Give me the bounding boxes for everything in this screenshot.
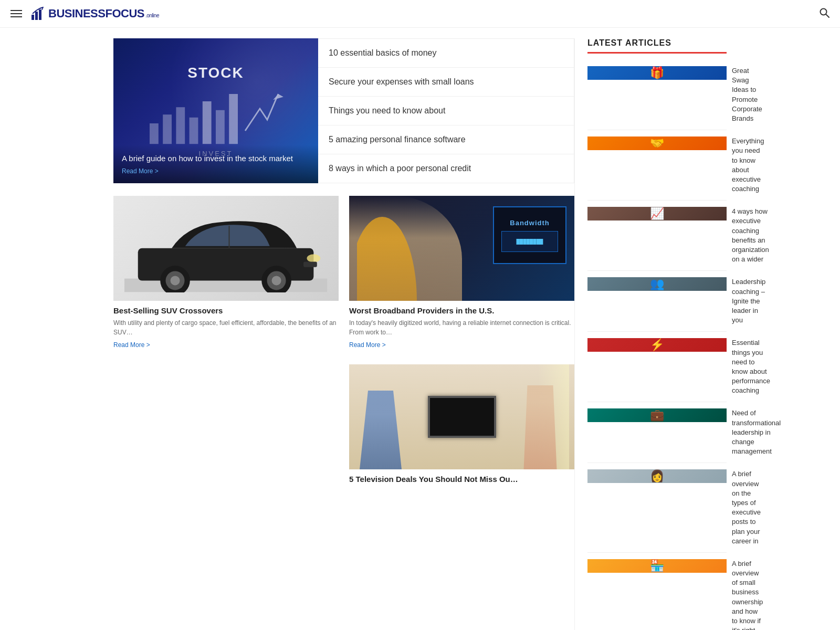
article-card-tv[interactable]: 5 Television Deals You Should Not Miss O… — [349, 364, 574, 492]
article-card-suv[interactable]: Best-Selling SUV Crossovers With utility… — [113, 196, 339, 354]
sidebar-item-title-1: Everything you need to know about execut… — [732, 136, 764, 194]
hero-title: A brief guide on how to invest in the st… — [122, 153, 310, 164]
car-image — [113, 196, 339, 301]
article-card-body-suv: Best-Selling SUV Crossovers With utility… — [113, 301, 339, 354]
sidebar-item-0[interactable]: 🎁Great Swag Ideas to Promote Corporate B… — [587, 60, 727, 130]
car-svg — [124, 204, 327, 292]
article-card-broadband[interactable]: Bandwidth ████████ Worst Broadband Provi… — [349, 196, 574, 354]
sidebar-item-title-2: 4 ways how executive coaching benefits a… — [732, 207, 769, 264]
hero-nav-item-1[interactable]: Secure your expenses with small loans — [318, 68, 574, 97]
suv-title: Best-Selling SUV Crossovers — [113, 306, 339, 315]
svg-rect-11 — [229, 94, 238, 144]
svg-rect-13 — [124, 279, 327, 292]
tv-image — [349, 364, 574, 469]
svg-rect-10 — [216, 110, 225, 143]
hamburger-menu[interactable] — [10, 10, 22, 17]
sidebar-thumb-7: 🏪 — [587, 559, 727, 573]
sidebar-item-6[interactable]: 👩A brief overview on the types of execut… — [587, 463, 727, 553]
sidebar-item-title-3: Leadership coaching – Ignite the leader … — [732, 277, 765, 325]
hero-nav-item-3[interactable]: 5 amazing personal finance software — [318, 125, 574, 154]
sidebar-list: 🎁Great Swag Ideas to Promote Corporate B… — [587, 60, 727, 630]
sidebar-item-title-6: A brief overview on the types of executi… — [732, 469, 761, 546]
logo-text: BUSINESSBUSINESSFOCUSFOCUS.online — [48, 7, 159, 20]
sidebar-title: LATEST ARTICLES — [587, 38, 727, 54]
search-icon — [819, 7, 830, 18]
tv-screen-element — [428, 396, 496, 438]
article-grid: Best-Selling SUV Crossovers With utility… — [113, 196, 574, 492]
bandwidth-screen-text: Bandwidth — [510, 219, 549, 227]
svg-point-22 — [307, 255, 321, 262]
sidebar-item-7[interactable]: 🏪A brief overview of small business owne… — [587, 553, 727, 630]
tv-title: 5 Television Deals You Should Not Miss O… — [349, 475, 574, 484]
broadband-desc: In today's heavily digitized world, havi… — [349, 318, 574, 337]
bandwidth-image: Bandwidth ████████ — [349, 196, 574, 301]
article-card-body-broadband: Worst Broadband Providers in the U.S. In… — [349, 301, 574, 354]
svg-rect-9 — [203, 101, 212, 144]
broadband-read-more[interactable]: Read More > — [349, 341, 386, 349]
svg-rect-6 — [163, 114, 172, 144]
sidebar-item-1[interactable]: 🤝Everything you need to know about execu… — [587, 130, 727, 201]
sidebar-item-5[interactable]: 💼Need of transformational leadership in … — [587, 402, 727, 463]
sidebar-item-3[interactable]: 👥Leadership coaching – Ignite the leader… — [587, 271, 727, 332]
article-card-body-tv: 5 Television Deals You Should Not Miss O… — [349, 469, 574, 492]
sidebar-item-title-5: Need of transformational leadership in c… — [732, 408, 781, 456]
site-header: BUSINESSBUSINESSFOCUSFOCUS.online — [0, 0, 840, 28]
sidebar-thumb-5: 💼 — [587, 408, 727, 422]
sidebar-thumb-2: 📈 — [587, 207, 727, 220]
hero-nav-item-4[interactable]: 8 ways in which a poor personal credit — [318, 154, 574, 183]
svg-line-4 — [826, 14, 829, 17]
sidebar: LATEST ARTICLES 🎁Great Swag Ideas to Pro… — [574, 38, 727, 630]
svg-rect-0 — [32, 15, 34, 20]
hero-nav-item-2[interactable]: Things you need to know about — [318, 97, 574, 125]
sidebar-item-title-7: A brief overview of small business owner… — [732, 559, 763, 630]
hero-image-block[interactable]: STOCK INVEST — [113, 38, 318, 183]
content-area: STOCK INVEST — [113, 38, 574, 630]
svg-rect-2 — [39, 9, 41, 20]
empty-left-column — [113, 364, 339, 492]
broadband-title: Worst Broadband Providers in the U.S. — [349, 306, 574, 315]
hero-read-more[interactable]: Read More > — [122, 167, 159, 175]
suv-read-more[interactable]: Read More > — [113, 341, 150, 349]
svg-rect-1 — [35, 12, 38, 20]
hero-text-overlay: A brief guide on how to invest in the st… — [113, 145, 318, 184]
svg-rect-8 — [190, 117, 198, 143]
sidebar-item-4[interactable]: ⚡Essential things you need to know about… — [587, 332, 727, 402]
header-left: BUSINESSBUSINESSFOCUSFOCUS.online — [10, 6, 159, 21]
sidebar-thumb-3: 👥 — [587, 277, 727, 291]
search-button[interactable] — [819, 7, 830, 20]
svg-rect-23 — [303, 262, 317, 267]
main-container: STOCK INVEST — [105, 28, 735, 630]
sidebar-item-2[interactable]: 📈4 ways how executive coaching benefits … — [587, 201, 727, 271]
svg-marker-12 — [273, 94, 284, 100]
sidebar-thumb-4: ⚡ — [587, 338, 727, 352]
svg-point-18 — [171, 276, 180, 286]
site-logo[interactable]: BUSINESSBUSINESSFOCUSFOCUS.online — [30, 6, 159, 21]
sidebar-thumb-6: 👩 — [587, 469, 727, 483]
svg-rect-5 — [150, 123, 159, 144]
sidebar-thumb-1: 🤝 — [587, 136, 727, 150]
sidebar-item-title-0: Great Swag Ideas to Promote Corporate Br… — [732, 66, 762, 123]
stock-chart — [142, 87, 289, 145]
svg-rect-7 — [176, 107, 185, 144]
hero-nav-item-0[interactable]: 10 essential basics of money — [318, 39, 574, 68]
hero-nav-list: 10 essential basics of moneySecure your … — [318, 38, 574, 183]
stock-word: STOCK — [187, 65, 244, 81]
sidebar-item-title-4: Essential things you need to know about … — [732, 338, 770, 395]
suv-desc: With utility and plenty of cargo space, … — [113, 318, 339, 337]
logo-chart-icon — [30, 6, 45, 21]
hero-section: STOCK INVEST — [113, 38, 574, 183]
svg-point-21 — [272, 276, 281, 286]
sidebar-thumb-0: 🎁 — [587, 66, 727, 80]
